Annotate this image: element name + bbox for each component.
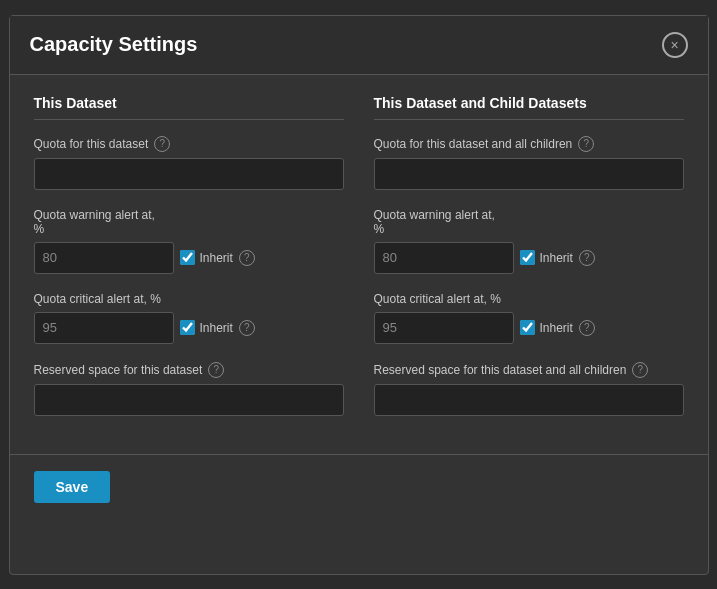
right-critical-input[interactable] — [374, 312, 514, 344]
right-quota-input[interactable] — [374, 158, 684, 190]
left-critical-group: Quota critical alert at, % Inherit ? — [34, 292, 344, 344]
right-quota-group: Quota for this dataset and all children … — [374, 136, 684, 190]
right-reserved-label: Reserved space for this dataset and all … — [374, 362, 684, 378]
modal-footer: Save — [10, 455, 708, 519]
right-critical-help-icon[interactable]: ? — [579, 320, 595, 336]
left-column-header: This Dataset — [34, 95, 344, 120]
left-critical-inherit-checkbox[interactable] — [180, 320, 195, 335]
left-critical-row: Inherit ? — [34, 312, 344, 344]
modal-title: Capacity Settings — [30, 33, 198, 56]
left-column: This Dataset Quota for this dataset ? Qu… — [34, 95, 344, 434]
close-button[interactable]: × — [662, 32, 688, 58]
left-critical-inherit-container: Inherit — [180, 320, 233, 335]
right-critical-row: Inherit ? — [374, 312, 684, 344]
right-warning-row: Inherit ? — [374, 242, 684, 274]
left-reserved-group: Reserved space for this dataset ? — [34, 362, 344, 416]
left-critical-label: Quota critical alert at, % — [34, 292, 344, 306]
left-quota-label: Quota for this dataset ? — [34, 136, 344, 152]
columns-container: This Dataset Quota for this dataset ? Qu… — [34, 95, 684, 434]
right-reserved-help-icon[interactable]: ? — [632, 362, 648, 378]
right-column: This Dataset and Child Datasets Quota fo… — [374, 95, 684, 434]
right-warning-inherit-checkbox[interactable] — [520, 250, 535, 265]
right-quota-help-icon[interactable]: ? — [578, 136, 594, 152]
right-warning-inherit-label: Inherit — [540, 251, 573, 265]
right-reserved-group: Reserved space for this dataset and all … — [374, 362, 684, 416]
right-column-header: This Dataset and Child Datasets — [374, 95, 684, 120]
right-warning-help-icon[interactable]: ? — [579, 250, 595, 266]
right-reserved-input[interactable] — [374, 384, 684, 416]
right-warning-label: Quota warning alert at,% — [374, 208, 684, 236]
left-warning-row: Inherit ? — [34, 242, 344, 274]
right-warning-group: Quota warning alert at,% Inherit ? — [374, 208, 684, 274]
left-reserved-label: Reserved space for this dataset ? — [34, 362, 344, 378]
left-warning-group: Quota warning alert at,% Inherit ? — [34, 208, 344, 274]
modal-header: Capacity Settings × — [10, 16, 708, 75]
left-quota-help-icon[interactable]: ? — [154, 136, 170, 152]
left-critical-inherit-label: Inherit — [200, 321, 233, 335]
right-quota-label: Quota for this dataset and all children … — [374, 136, 684, 152]
left-reserved-help-icon[interactable]: ? — [208, 362, 224, 378]
right-critical-inherit-container: Inherit — [520, 320, 573, 335]
left-warning-label: Quota warning alert at,% — [34, 208, 344, 236]
capacity-settings-modal: Capacity Settings × This Dataset Quota f… — [9, 15, 709, 575]
left-warning-input[interactable] — [34, 242, 174, 274]
right-warning-input[interactable] — [374, 242, 514, 274]
left-warning-inherit-label: Inherit — [200, 251, 233, 265]
left-reserved-input[interactable] — [34, 384, 344, 416]
right-critical-label: Quota critical alert at, % — [374, 292, 684, 306]
right-warning-inherit-container: Inherit — [520, 250, 573, 265]
left-warning-inherit-container: Inherit — [180, 250, 233, 265]
left-warning-inherit-checkbox[interactable] — [180, 250, 195, 265]
modal-body: This Dataset Quota for this dataset ? Qu… — [10, 75, 708, 454]
left-warning-help-icon[interactable]: ? — [239, 250, 255, 266]
right-critical-inherit-label: Inherit — [540, 321, 573, 335]
right-critical-inherit-checkbox[interactable] — [520, 320, 535, 335]
left-critical-help-icon[interactable]: ? — [239, 320, 255, 336]
right-critical-group: Quota critical alert at, % Inherit ? — [374, 292, 684, 344]
left-critical-input[interactable] — [34, 312, 174, 344]
left-quota-group: Quota for this dataset ? — [34, 136, 344, 190]
left-quota-input[interactable] — [34, 158, 344, 190]
save-button[interactable]: Save — [34, 471, 111, 503]
